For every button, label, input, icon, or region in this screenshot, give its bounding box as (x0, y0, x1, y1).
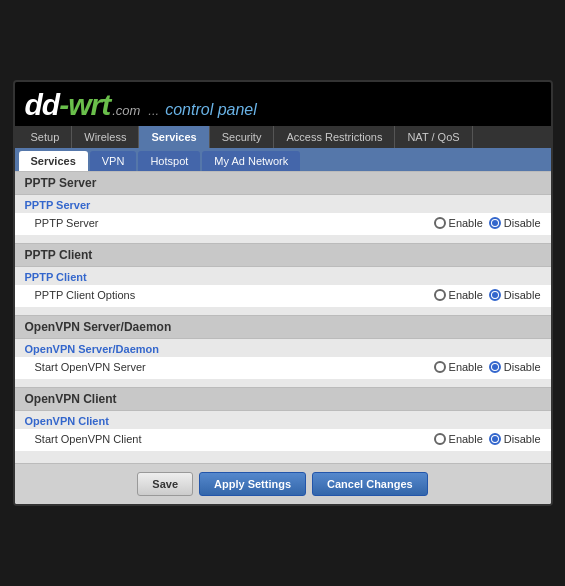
openvpn-server-enable-option[interactable]: Enable (434, 361, 483, 373)
pptp-client-radio-group: Enable Disable (434, 289, 541, 301)
main-panel: dd-wrt .com ... control panel Setup Wire… (13, 80, 553, 506)
apply-settings-button[interactable]: Apply Settings (199, 472, 306, 496)
pptp-server-radio-group: Enable Disable (434, 217, 541, 229)
openvpn-client-label: Start OpenVPN Client (35, 433, 434, 445)
openvpn-client-disable-label: Disable (504, 433, 541, 445)
openvpn-server-disable-option[interactable]: Disable (489, 361, 541, 373)
openvpn-server-enable-label: Enable (449, 361, 483, 373)
pptp-server-disable-option[interactable]: Disable (489, 217, 541, 229)
openvpn-client-enable-radio[interactable] (434, 433, 446, 445)
logo-dd: dd-wrt (25, 88, 111, 122)
content-area: PPTP Server PPTP Server PPTP Server Enab… (15, 171, 551, 504)
pptp-server-row: PPTP Server Enable Disable (15, 213, 551, 235)
tab-access-restrictions[interactable]: Access Restrictions (274, 126, 395, 148)
tab-nat-qos[interactable]: NAT / QoS (395, 126, 472, 148)
pptp-client-disable-label: Disable (504, 289, 541, 301)
cancel-changes-button[interactable]: Cancel Changes (312, 472, 428, 496)
pptp-client-enable-option[interactable]: Enable (434, 289, 483, 301)
openvpn-server-row: Start OpenVPN Server Enable Disable (15, 357, 551, 379)
button-bar: Save Apply Settings Cancel Changes (15, 463, 551, 504)
pptp-client-enable-label: Enable (449, 289, 483, 301)
pptp-server-enable-option[interactable]: Enable (434, 217, 483, 229)
pptp-client-disable-option[interactable]: Disable (489, 289, 541, 301)
openvpn-client-subheader: OpenVPN Client (15, 411, 551, 429)
pptp-client-enable-radio[interactable] (434, 289, 446, 301)
openvpn-server-disable-label: Disable (504, 361, 541, 373)
spacer-4 (15, 451, 551, 463)
header: dd-wrt .com ... control panel (15, 82, 551, 126)
pptp-server-disable-radio[interactable] (489, 217, 501, 229)
openvpn-server-subheader: OpenVPN Server/Daemon (15, 339, 551, 357)
subtab-services[interactable]: Services (19, 151, 88, 171)
tab-services[interactable]: Services (139, 126, 209, 148)
openvpn-server-radio-group: Enable Disable (434, 361, 541, 373)
openvpn-client-disable-radio[interactable] (489, 433, 501, 445)
pptp-client-section-header: PPTP Client (15, 243, 551, 267)
openvpn-client-enable-option[interactable]: Enable (434, 433, 483, 445)
spacer-1 (15, 235, 551, 243)
spacer-3 (15, 379, 551, 387)
spacer-2 (15, 307, 551, 315)
tab-wireless[interactable]: Wireless (72, 126, 139, 148)
pptp-server-label: PPTP Server (35, 217, 434, 229)
tab-security[interactable]: Security (210, 126, 275, 148)
openvpn-client-disable-option[interactable]: Disable (489, 433, 541, 445)
save-button[interactable]: Save (137, 472, 193, 496)
subtab-vpn[interactable]: VPN (90, 151, 137, 171)
logo-control-panel: control panel (165, 101, 257, 119)
pptp-server-enable-radio[interactable] (434, 217, 446, 229)
openvpn-server-disable-radio[interactable] (489, 361, 501, 373)
logo-dotcom: .com (112, 103, 140, 118)
pptp-server-section-header: PPTP Server (15, 171, 551, 195)
pptp-server-enable-label: Enable (449, 217, 483, 229)
nav-tabs-sub: Services VPN Hotspot My Ad Network (15, 148, 551, 171)
subtab-hotspot[interactable]: Hotspot (138, 151, 200, 171)
openvpn-server-enable-radio[interactable] (434, 361, 446, 373)
pptp-server-disable-label: Disable (504, 217, 541, 229)
openvpn-client-enable-label: Enable (449, 433, 483, 445)
tab-setup[interactable]: Setup (19, 126, 73, 148)
openvpn-server-section-header: OpenVPN Server/Daemon (15, 315, 551, 339)
openvpn-server-label: Start OpenVPN Server (35, 361, 434, 373)
openvpn-client-section-header: OpenVPN Client (15, 387, 551, 411)
logo-ellipsis: ... (148, 103, 159, 118)
pptp-client-disable-radio[interactable] (489, 289, 501, 301)
pptp-client-label: PPTP Client Options (35, 289, 434, 301)
openvpn-client-radio-group: Enable Disable (434, 433, 541, 445)
subtab-my-ad-network[interactable]: My Ad Network (202, 151, 300, 171)
nav-tabs-top: Setup Wireless Services Security Access … (15, 126, 551, 148)
pptp-server-subheader: PPTP Server (15, 195, 551, 213)
openvpn-client-row: Start OpenVPN Client Enable Disable (15, 429, 551, 451)
pptp-client-subheader: PPTP Client (15, 267, 551, 285)
pptp-client-row: PPTP Client Options Enable Disable (15, 285, 551, 307)
